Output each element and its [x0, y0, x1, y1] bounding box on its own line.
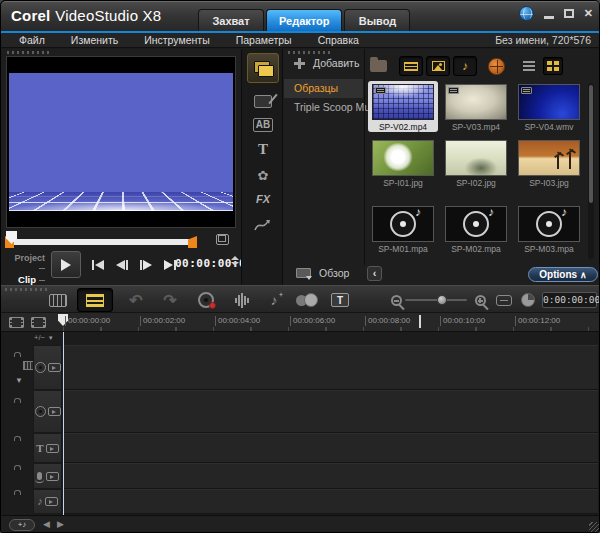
- music-track-lane[interactable]: [63, 489, 598, 514]
- list-view-button[interactable]: [519, 57, 539, 75]
- overlay-track-lock[interactable]: [13, 402, 23, 413]
- track-add-remove[interactable]: +/− ▼: [34, 333, 54, 342]
- enlarge-preview-icon[interactable]: [216, 234, 229, 245]
- track-view-button[interactable]: [29, 315, 48, 329]
- sound-mixer-button[interactable]: [229, 289, 255, 311]
- music-track-header[interactable]: ♪: [33, 489, 62, 514]
- audio-thumbnail[interactable]: ♪: [445, 206, 507, 242]
- video-thumbnail[interactable]: [372, 84, 434, 120]
- window-resize-grip[interactable]: [589, 522, 599, 532]
- spinner-up-icon[interactable]: [231, 256, 239, 260]
- tab-share[interactable]: Вывод: [344, 9, 410, 32]
- library-item[interactable]: ♪ SP-M02.mpa: [441, 203, 511, 254]
- previous-frame-button[interactable]: [111, 255, 133, 275]
- zoom-in-button[interactable]: [467, 289, 493, 311]
- spinner-down-icon[interactable]: [231, 262, 239, 266]
- play-button[interactable]: [51, 251, 81, 278]
- redo-button[interactable]: ↷: [157, 289, 183, 311]
- library-item[interactable]: ♪ SP-M03.mpa: [514, 203, 584, 254]
- home-button[interactable]: [87, 255, 109, 275]
- overlay-track-lane[interactable]: [63, 390, 598, 433]
- library-item[interactable]: ♪ SP-M01.mpa: [368, 203, 438, 254]
- show-all-tracks-button[interactable]: [7, 315, 26, 329]
- ripple-editing-button[interactable]: [293, 289, 319, 311]
- library-item[interactable]: SP-I03.jpg: [514, 137, 584, 188]
- menu-help[interactable]: Справка: [318, 34, 359, 46]
- storyboard-view-button[interactable]: [45, 289, 71, 311]
- timeline-playhead-line[interactable]: [63, 332, 64, 515]
- options-button[interactable]: Options∧: [528, 267, 598, 282]
- scroll-timeline-left-button[interactable]: ◀: [43, 519, 50, 529]
- video-thumbnail[interactable]: [445, 84, 507, 120]
- subtitle-editor-button[interactable]: T: [327, 289, 353, 311]
- close-button[interactable]: ✕: [584, 6, 593, 21]
- nav-media-button[interactable]: [247, 53, 279, 83]
- tab-edit[interactable]: Редактор: [266, 9, 342, 32]
- clip-mode-label[interactable]: Clip: [7, 274, 45, 285]
- scrollbar-thumb[interactable]: [589, 85, 593, 203]
- auto-music-button[interactable]: ♪: [261, 289, 287, 311]
- library-scrollbar[interactable]: [588, 83, 594, 259]
- filter-photo-button[interactable]: [426, 56, 450, 76]
- folder-triple-scoop[interactable]: Triple Scoop Music: [284, 98, 363, 117]
- project-duration-button[interactable]: [515, 289, 541, 311]
- panel-grip[interactable]: [288, 51, 330, 54]
- trim-end-handle[interactable]: [188, 236, 197, 248]
- zoom-slider[interactable]: [405, 299, 467, 301]
- title-track-lane[interactable]: [63, 433, 598, 463]
- nav-filter-button[interactable]: FX: [247, 185, 279, 213]
- next-frame-button[interactable]: [135, 255, 157, 275]
- add-track-button[interactable]: +♪: [9, 519, 35, 531]
- image-thumbnail[interactable]: [445, 140, 507, 176]
- filter-video-button[interactable]: [399, 56, 423, 76]
- music-track-lock[interactable]: [13, 494, 23, 505]
- image-thumbnail[interactable]: [372, 140, 434, 176]
- menu-settings[interactable]: Параметры: [236, 34, 292, 46]
- fit-timeline-button[interactable]: [491, 289, 517, 311]
- audio-thumbnail[interactable]: ♪: [372, 206, 434, 242]
- maximize-button[interactable]: [564, 9, 574, 18]
- scroll-left-button[interactable]: ‹: [367, 266, 382, 281]
- panel-grip[interactable]: [7, 51, 49, 54]
- voice-track-lane[interactable]: [63, 463, 598, 489]
- voice-track-lock[interactable]: [13, 469, 23, 480]
- library-item[interactable]: SP-I02.jpg: [441, 137, 511, 188]
- timecode-spinner[interactable]: [231, 256, 239, 266]
- expand-tracks-icon[interactable]: ▼: [15, 376, 23, 385]
- menu-file[interactable]: Файл: [19, 34, 45, 46]
- image-thumbnail[interactable]: [518, 140, 580, 176]
- library-item[interactable]: SP-I01.jpg: [368, 137, 438, 188]
- audio-thumbnail[interactable]: ♪: [518, 206, 580, 242]
- timeline-timecode[interactable]: 0:00:00:00: [542, 292, 597, 308]
- tab-capture[interactable]: Захват: [198, 9, 264, 32]
- menu-edit[interactable]: Изменить: [71, 34, 118, 46]
- title-bar[interactable]: CorelVideoStudio X8 Захват Редактор Выво…: [1, 1, 600, 31]
- library-item[interactable]: SP-V02.mp4: [368, 81, 438, 132]
- media-wheel-icon[interactable]: [488, 58, 505, 75]
- video-track-lock[interactable]: [13, 356, 23, 367]
- add-folder-button[interactable]: Добавить: [294, 57, 359, 69]
- filter-audio-button[interactable]: ♪: [453, 56, 477, 76]
- minimize-button[interactable]: [544, 16, 554, 19]
- overlay-track-header[interactable]: [33, 390, 62, 433]
- record-capture-button[interactable]: [193, 289, 219, 311]
- help-globe-icon[interactable]: [519, 6, 534, 21]
- nav-title-button[interactable]: T: [247, 135, 279, 163]
- video-track-lane[interactable]: [63, 345, 598, 390]
- undo-button[interactable]: ↶: [123, 289, 149, 311]
- panel-grip[interactable]: [5, 288, 47, 291]
- timeline-ruler[interactable]: 00:00:00:00 00:00:02:00 00:00:04:00 00:0…: [57, 313, 600, 331]
- timeline-view-button[interactable]: [77, 288, 113, 312]
- title-track-lock[interactable]: [13, 440, 23, 451]
- menu-tools[interactable]: Инструменты: [144, 34, 209, 46]
- folder-samples[interactable]: Образцы: [284, 79, 363, 98]
- title-track-header[interactable]: T: [33, 433, 62, 463]
- scrubber-track[interactable]: [7, 239, 191, 245]
- grid-view-button[interactable]: [543, 57, 563, 75]
- video-track-header[interactable]: [33, 345, 62, 390]
- scroll-timeline-right-button[interactable]: ▶: [57, 519, 64, 529]
- zoom-slider-handle[interactable]: [437, 295, 447, 305]
- library-item[interactable]: SP-V03.mp4: [441, 81, 511, 132]
- browse-button[interactable]: Обзор: [296, 267, 349, 279]
- browse-folder-icon[interactable]: [370, 60, 387, 72]
